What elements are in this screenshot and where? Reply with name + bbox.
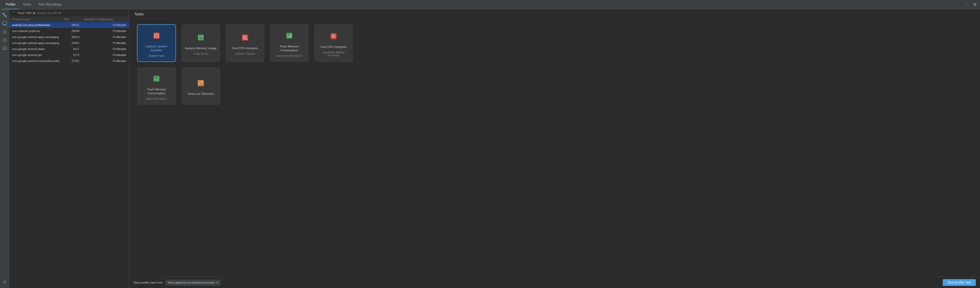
tool-icon[interactable]: 🔧 (1, 11, 8, 19)
task-icon-java-method (327, 29, 340, 43)
process-name: com.google.android.apps.messaging... (12, 41, 64, 45)
star-icon[interactable] (1, 28, 8, 35)
col-manifest: Manifest Configuration (84, 18, 126, 21)
table-row[interactable]: com.google.android.apps.messaging 28613 … (10, 34, 129, 40)
svg-rect-0 (3, 21, 7, 24)
top-bar-actions: ⋮ ⚙ (963, 2, 978, 8)
process-pid: 2172 (64, 53, 84, 57)
task-subtitle-native-alloc: Native Allocations (146, 97, 167, 100)
svg-point-25 (246, 38, 247, 40)
task-card-java-alloc[interactable]: Track Memory Consumption Java/Kotlin All… (270, 24, 309, 62)
process-manifest: Profileable (84, 48, 126, 51)
task-title-live-telemetry: View Live Telemetry (188, 92, 214, 96)
process-manifest: Profileable (84, 35, 126, 38)
task-icon-live-telemetry (194, 76, 207, 90)
table-row[interactable]: com.google.android.apps.messaging... 245… (10, 40, 129, 46)
tab-past-recordings[interactable]: Past Recordings (35, 0, 65, 10)
svg-line-6 (5, 40, 5, 41)
task-title-heap-dump: Analyze Memory Usage (185, 46, 216, 50)
task-icon-native-alloc (150, 72, 163, 85)
process-pid: 28613 (64, 35, 84, 38)
start-label: Start profiler task from (133, 281, 163, 284)
process-table: Process name PID Manifest Configuration … (10, 17, 129, 288)
svg-rect-31 (290, 34, 291, 37)
process-name: com.google.android.gm (12, 53, 64, 57)
process-pid: 24501 (64, 41, 84, 45)
task-card-heap-dump[interactable]: Analyze Memory Usage Heap Dump (181, 24, 220, 62)
process-manifest: Profileable (84, 53, 126, 57)
process-name: com.android.systemui (12, 29, 64, 33)
tasks-header: Tasks (129, 10, 980, 19)
task-title-callstack: Find CPU Hotspots (232, 46, 258, 50)
settings-side-icon[interactable] (1, 278, 8, 286)
table-row[interactable]: android.com.java.profilertester 28041 Pr… (10, 22, 129, 28)
process-manifest: Profileable (84, 59, 126, 62)
task-card-live-telemetry[interactable]: View Live Telemetry (181, 67, 220, 105)
svg-point-39 (155, 78, 156, 79)
task-card-system-trace[interactable]: Capture System Activities System Trace (137, 24, 176, 62)
svg-rect-30 (289, 35, 290, 37)
col-process-name: Process name (12, 18, 64, 21)
task-subtitle-system-trace: System Trace (148, 54, 164, 57)
right-panel: Tasks Capture System Activities System T… (129, 10, 980, 288)
bottom-bar: Start profiler task from Now (attaches t… (129, 277, 980, 288)
table-header: Process name PID Manifest Configuration (10, 17, 129, 22)
task-icon-callstack (238, 31, 252, 44)
svg-point-40 (156, 79, 158, 80)
process-name: com.google.android.apps.messaging (12, 35, 64, 38)
svg-rect-23 (243, 37, 245, 38)
process-pid: 29034 (64, 29, 84, 33)
table-row[interactable]: com.google.android.gm 2172 Profileable (10, 52, 129, 58)
task-row-bottom: Track Memory Consumption Native Allocati… (137, 67, 972, 105)
start-profiler-button[interactable]: Start profiler task (943, 279, 976, 286)
side-icon-strip: 🔧 (0, 10, 10, 288)
left-panel: 📱 Pixel 7 API 34 Android 14, API 34 Proc… (10, 10, 129, 288)
task-card-native-alloc[interactable]: Track Memory Consumption Native Allocati… (137, 67, 176, 105)
task-row-top: Capture System Activities System Trace A… (137, 24, 972, 62)
table-row[interactable]: com.google.android.inputmethod.latin 272… (10, 58, 129, 64)
task-title-system-trace: Capture System Activities (140, 45, 173, 53)
svg-rect-24 (243, 38, 246, 39)
main-area: 🔧 (0, 10, 980, 288)
task-subtitle-heap-dump: Heap Dump (194, 53, 207, 55)
process-manifest: Profileable (84, 29, 126, 33)
device-icon: 📱 (12, 11, 16, 15)
tab-home[interactable]: Home (19, 0, 35, 10)
task-icon-heap-dump (194, 31, 207, 44)
task-title-native-alloc: Track Memory Consumption (140, 88, 173, 95)
task-icon-system-trace (150, 29, 163, 43)
task-card-callstack[interactable]: Find CPU Hotspots Callstack Sample (226, 24, 264, 62)
tasks-grid: Capture System Activities System Trace A… (129, 19, 980, 277)
process-pid: 28041 (64, 24, 84, 27)
process-manifest: Profileable (84, 41, 126, 45)
task-subtitle-java-alloc: Java/Kotlin Allocations (276, 54, 302, 57)
process-rows: android.com.java.profilertester 28041 Pr… (10, 22, 129, 64)
task-icon-java-alloc (283, 29, 296, 43)
table-row[interactable]: com.google.android.dialer 2017 Profileab… (10, 46, 129, 52)
device-name: Pixel 7 API 34 (18, 11, 36, 14)
svg-marker-3 (3, 30, 6, 33)
process-pid: 2017 (64, 48, 84, 51)
task-card-java-method[interactable]: Find CPU Hotspots Java/Kotlin Method Rec… (314, 24, 353, 62)
task-title-java-alloc: Track Memory Consumption (273, 45, 305, 53)
svg-rect-7 (3, 47, 6, 49)
monitor-icon[interactable] (1, 20, 8, 27)
settings-button[interactable]: ⚙ (972, 2, 978, 8)
task-title-java-method: Find CPU Hotspots (321, 45, 346, 49)
svg-rect-22 (243, 36, 247, 37)
process-pid: 27251 (64, 59, 84, 62)
task-subtitle-callstack: Callstack Sample (235, 53, 255, 55)
device-header: 📱 Pixel 7 API 34 Android 14, API 34 (10, 10, 129, 17)
process-name: com.google.android.inputmethod.latin (12, 59, 64, 62)
clock-icon[interactable] (1, 37, 8, 44)
col-pid: PID (64, 18, 84, 21)
device-api: Android 14, API 34 (37, 11, 61, 14)
process-name: android.com.java.profilertester (12, 24, 64, 27)
table-row[interactable]: com.android.systemui 29034 Profileable (10, 28, 129, 34)
screen-icon[interactable] (1, 45, 8, 52)
tab-profiler[interactable]: Profiler (2, 0, 19, 10)
task-source-dropdown[interactable]: Now (attaches to selected process) (165, 280, 221, 285)
process-manifest: Profileable (84, 24, 126, 27)
svg-point-11 (4, 282, 5, 283)
more-options-button[interactable]: ⋮ (963, 2, 970, 8)
